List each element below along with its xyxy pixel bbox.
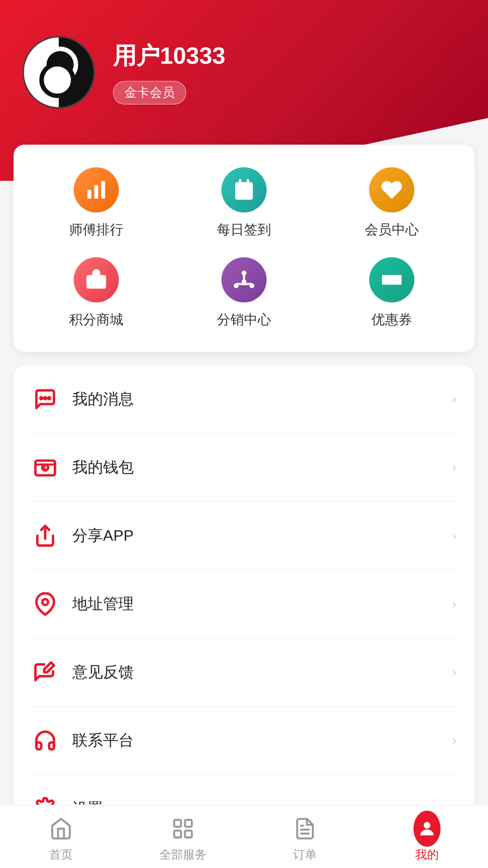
nav-item-services[interactable]: 全部服务: [122, 811, 244, 863]
chevron-right-share: ›: [452, 528, 456, 543]
nav-label-orders: 订单: [293, 847, 317, 863]
menu-item-share-app[interactable]: 分享APP ›: [32, 502, 456, 570]
wallet-icon: ¥: [32, 454, 59, 481]
menu-text-messages: 我的消息: [72, 389, 439, 410]
location-icon: [32, 590, 59, 618]
quick-access-card: 师傅排行 每日签到 会员中心: [14, 145, 474, 352]
chevron-right-feedback: ›: [452, 665, 456, 679]
svg-point-40: [424, 822, 431, 829]
svg-point-8: [243, 191, 246, 194]
menu-text-address: 地址管理: [72, 594, 439, 614]
mine-icon: [413, 815, 441, 842]
menu-text-feedback: 意见反馈: [72, 662, 439, 683]
menu-text-contact: 联系平台: [72, 730, 439, 751]
member-center-icon: [369, 167, 414, 212]
menu-text-wallet: 我的钱包: [72, 457, 439, 478]
orders-icon: [291, 815, 319, 842]
home-icon: [47, 815, 75, 842]
svg-rect-34: [185, 820, 192, 827]
svg-point-9: [246, 191, 249, 194]
menu-item-messages[interactable]: 我的消息 ›: [32, 365, 456, 434]
nav-label-mine: 我的: [415, 847, 439, 863]
quick-label-distribution: 分销中心: [217, 311, 271, 329]
svg-point-26: [48, 397, 50, 399]
svg-point-31: [42, 599, 48, 605]
menu-item-wallet[interactable]: ¥ 我的钱包 ›: [32, 434, 456, 502]
svg-rect-1: [94, 185, 99, 198]
svg-rect-0: [88, 190, 92, 199]
svg-point-24: [44, 397, 46, 399]
quick-label-points-mall: 积分商城: [69, 311, 123, 329]
quick-label-master-ranking: 师傅排行: [69, 221, 123, 239]
chevron-right-messages: ›: [452, 392, 456, 406]
svg-rect-35: [174, 830, 181, 837]
quick-label-daily-checkin: 每日签到: [217, 221, 271, 239]
svg-rect-36: [185, 830, 192, 837]
distribution-icon: [221, 257, 267, 302]
menu-item-contact[interactable]: 联系平台 ›: [32, 707, 456, 775]
chevron-right-contact: ›: [452, 733, 456, 748]
svg-rect-3: [235, 182, 253, 200]
share-icon: [32, 522, 59, 549]
quick-item-member-center[interactable]: 会员中心: [318, 167, 465, 239]
message-icon: [32, 386, 59, 413]
bottom-navigation: 首页 全部服务 订单: [0, 805, 488, 868]
avatar[interactable]: [23, 36, 95, 108]
daily-checkin-icon: [221, 167, 267, 212]
quick-label-member-center: 会员中心: [365, 221, 419, 239]
quick-item-daily-checkin[interactable]: 每日签到: [170, 167, 318, 239]
quick-item-distribution[interactable]: 分销中心: [170, 257, 318, 329]
member-badge[interactable]: 金卡会员: [113, 81, 186, 104]
svg-point-7: [239, 191, 242, 194]
nav-item-orders[interactable]: 订单: [244, 811, 366, 863]
svg-point-25: [40, 397, 42, 399]
coupons-icon: [369, 257, 414, 302]
nav-label-services: 全部服务: [160, 847, 206, 863]
menu-item-address[interactable]: 地址管理 ›: [32, 570, 456, 638]
nav-label-home: 首页: [49, 847, 73, 863]
quick-item-master-ranking[interactable]: 师傅排行: [23, 167, 170, 239]
quick-item-points-mall[interactable]: 积分商城: [23, 257, 170, 329]
points-mall-icon: [74, 257, 119, 302]
nav-item-home[interactable]: 首页: [0, 811, 122, 863]
services-icon: [169, 815, 197, 842]
feedback-icon: [32, 659, 59, 686]
svg-point-11: [94, 280, 99, 284]
username: 用户10333: [113, 40, 225, 72]
svg-rect-2: [101, 181, 105, 199]
headset-icon: [32, 727, 59, 754]
quick-label-coupons: 优惠券: [371, 311, 412, 329]
chevron-right-wallet: ›: [452, 460, 456, 475]
menu-card: 我的消息 › ¥ 我的钱包 › 分享APP ›: [14, 365, 474, 843]
svg-line-17: [237, 284, 244, 284]
quick-item-coupons[interactable]: 优惠券: [318, 257, 465, 329]
chevron-right-address: ›: [452, 597, 456, 611]
menu-text-share-app: 分享APP: [72, 525, 439, 546]
menu-item-feedback[interactable]: 意见反馈 ›: [32, 638, 456, 707]
svg-line-18: [244, 284, 251, 284]
svg-rect-33: [174, 820, 181, 827]
master-ranking-icon: [74, 167, 119, 212]
svg-text:¥: ¥: [42, 462, 47, 471]
nav-item-mine[interactable]: 我的: [366, 811, 488, 863]
